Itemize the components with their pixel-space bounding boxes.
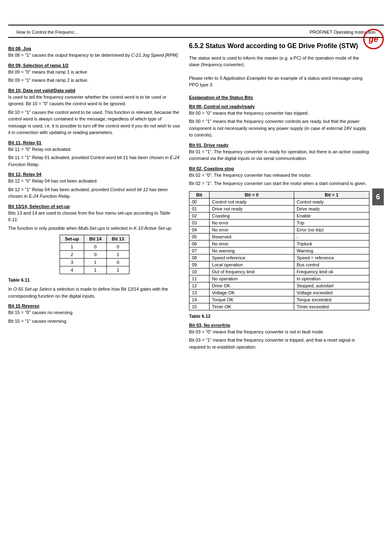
bit10-p2: Bit 10 = "1" causes the control word to … (8, 109, 181, 136)
setup-table-header-bit14: Bit 14 (84, 235, 107, 243)
bit11-title: Bit 11, Relay 01 (8, 140, 181, 145)
bit02-title: Bit 02, Coasting stop (189, 166, 369, 171)
table-row: 11No operationIn operation (189, 275, 369, 282)
table-row: 05Reserved- (189, 233, 369, 240)
bit1314-section: Bit 13/14, Selection of set-up Bits 13 a… (8, 204, 181, 300)
bit15-title: Bit 15 Reverse (8, 303, 181, 308)
bit00-section: Bit 00, Control not ready/ready Bit 00 =… (189, 104, 369, 139)
bit12-p2: Bit 12 = "1" Relay 04 has been activated… (8, 186, 181, 200)
bit03-p2: Bit 03 = "1" means that the frequency co… (189, 337, 369, 350)
bit02-section: Bit 02, Coasting stop Bit 02 = "0". The … (189, 166, 369, 187)
right-intro-p1: The status word is used to inform the ma… (189, 55, 369, 68)
bit09-title: Bit 09, Selection of ramp 1/2 (8, 63, 181, 68)
bit10-title: Bit 10, Data not valid/Data valid (8, 88, 181, 93)
left-column: Bit 08, Jog Bit 08 = "1" causes the outp… (8, 42, 181, 352)
bit11-p1: Bit 11 = "0" Relay not activated. (8, 146, 181, 153)
right-column: 6 6.5.2 Status Word according to GE Driv… (189, 42, 384, 352)
bit09-p1: Bit 09 = "0" means that ramp 1 is active (8, 69, 181, 76)
main-content: Bit 08, Jog Bit 08 = "1" causes the outp… (0, 38, 392, 356)
bit1314-p1: Bits 13 and 14 are used to choose from t… (8, 210, 181, 223)
bit00-title: Bit 00, Control not ready/ready (189, 104, 369, 109)
bit01-title: Bit 01, Drive ready (189, 143, 369, 148)
setup-table-caption: Table 6.11 (8, 278, 181, 282)
table-row: 00Control not readyControl ready (189, 198, 369, 205)
status-table: Bit Bit = 0 Bit = 1 00Control not readyC… (189, 191, 369, 310)
table-row: 08Speed referenceSpeed = reference (189, 254, 369, 261)
bit15-p1: Bit 15 = "0" causes no reversing. (8, 309, 181, 316)
bit01-section: Bit 01, Drive ready Bit 01 = "1". The fr… (189, 143, 369, 162)
setup-table: Set-up Bit 14 Bit 13 100201310411 (60, 235, 129, 274)
tab-6: 6 (372, 189, 384, 206)
table-row: 12Drive OKStopped, autostart (189, 282, 369, 289)
table-row: 09Local operationBus control (189, 261, 369, 268)
table-row: 13Voltage OKVoltage exceeded (189, 289, 369, 296)
bit1314-p3: In O-55 Set-up Select a selection is mad… (8, 286, 181, 299)
table-row: 411 (60, 266, 129, 274)
page-header: How to Control the Frequenc... PROFINET … (8, 25, 384, 38)
bit08-section: Bit 08, Jog Bit 08 = "1" causes the outp… (8, 46, 181, 59)
bit00-p1: Bit 00 = "0" means that the frequency co… (189, 110, 369, 117)
bit12-title: Bit 12, Relay 04 (8, 172, 181, 177)
table-row: 04No errorError (no trip) (189, 226, 369, 233)
bit12-p1: Bit 12 = "0" Relay 04 has not been activ… (8, 178, 181, 185)
explanation-title: Explanation of the Status Bits (189, 95, 369, 100)
bit15-section: Bit 15 Reverse Bit 15 = "0" causes no re… (8, 303, 181, 324)
status-table-header-bit0: Bit = 0 (209, 191, 294, 198)
table-row: 10Out of frequency limitFrequency limit … (189, 268, 369, 275)
bit02-p1: Bit 02 = "0". The frequency converter ha… (189, 172, 369, 179)
table-row: 07No warningWarning (189, 247, 369, 254)
table-row: 03No errorTrip (189, 219, 369, 226)
bit02-p2: Bit 02 = "1". The frequency converter ca… (189, 180, 369, 187)
section-652-title: 6.5.2 Status Word according to GE Drive … (189, 42, 369, 51)
table-row: 01Drive not readyDrive ready (189, 205, 369, 212)
table-row: 06No errorTriplock (189, 240, 369, 247)
bit11-section: Bit 11, Relay 01 Bit 11 = "0" Relay not … (8, 140, 181, 168)
table-row: 201 (60, 251, 129, 259)
bit03-section: Bit 03, No error/trip Bit 03 = "0" means… (189, 323, 369, 351)
table-row: 14Torque OKTorque exceeded (189, 296, 369, 303)
bit10-section: Bit 10, Data not valid/Data valid Is use… (8, 88, 181, 136)
bit15-p2: Bit 15 = "1" causes reversing. (8, 318, 181, 325)
table-row: 02CoastingEnable (189, 212, 369, 219)
bit10-p1: Is used to tell the frequency converter … (8, 94, 181, 107)
status-table-caption: Table 6.12 (189, 314, 369, 319)
right-intro-p2: Please refer to 9 Application Examples f… (189, 75, 369, 88)
bit11-p2: Bit 11 = "1" Relay 01 activated, provide… (8, 154, 181, 168)
section-652: 6.5.2 Status Word according to GE Drive … (189, 42, 369, 350)
setup-table-header-setup: Set-up (60, 235, 84, 243)
bit03-title: Bit 03, No error/trip (189, 323, 369, 328)
bit08-title: Bit 08, Jog (8, 46, 181, 51)
bit09-section: Bit 09, Selection of ramp 1/2 Bit 09 = "… (8, 63, 181, 84)
bit1314-title: Bit 13/14, Selection of set-up (8, 204, 181, 209)
bit03-p1: Bit 03 = "0" means that the frequency co… (189, 328, 369, 335)
status-table-header-bit1: Bit = 1 (294, 191, 369, 198)
bit01-p1: Bit 01 = "1". The frequency converter is… (189, 148, 369, 162)
status-table-header-bit: Bit (189, 191, 210, 198)
bit1314-p2: The function is only possible when Multi… (8, 225, 181, 232)
bit08-p1: Bit 08 = "1" causes the output frequency… (8, 52, 181, 59)
bit09-p2: Bit 09 = "1" means that ramp 2 is active… (8, 77, 181, 84)
bit00-p2: Bit 00 = "1" means that the frequency co… (189, 118, 369, 139)
table-row: 15Timer OKTimer exceeded (189, 303, 369, 310)
bit12-section: Bit 12, Relay 04 Bit 12 = "0" Relay 04 h… (8, 172, 181, 200)
header-left: How to Control the Frequenc... (16, 30, 78, 35)
table-row: 310 (60, 259, 129, 266)
page: ge How to Control the Frequenc... PROFIN… (0, 25, 392, 555)
table-row: 100 (60, 243, 129, 251)
setup-table-header-bit13: Bit 13 (107, 235, 129, 243)
